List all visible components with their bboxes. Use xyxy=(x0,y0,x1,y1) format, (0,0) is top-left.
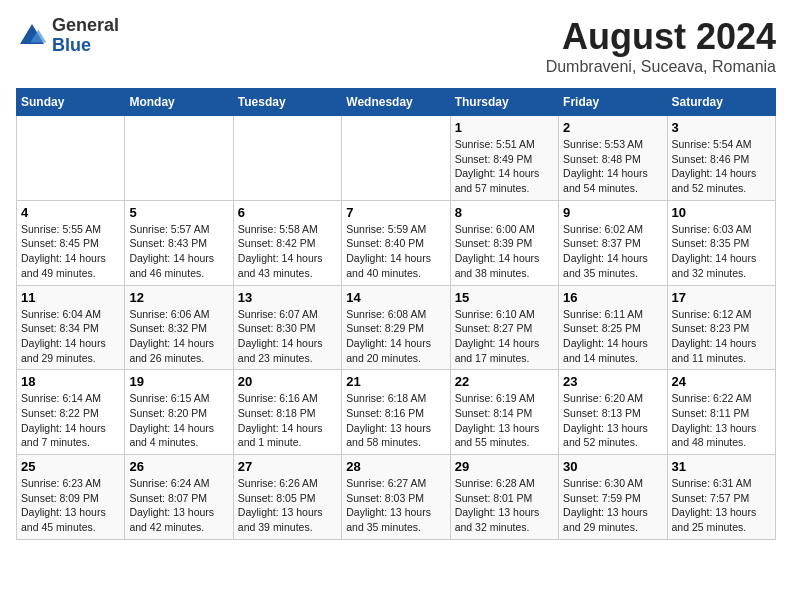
day-info: Sunrise: 6:00 AM Sunset: 8:39 PM Dayligh… xyxy=(455,222,554,281)
day-info: Sunrise: 5:58 AM Sunset: 8:42 PM Dayligh… xyxy=(238,222,337,281)
day-info: Sunrise: 6:11 AM Sunset: 8:25 PM Dayligh… xyxy=(563,307,662,366)
calendar-cell: 16Sunrise: 6:11 AM Sunset: 8:25 PM Dayli… xyxy=(559,285,667,370)
calendar-week-row: 1Sunrise: 5:51 AM Sunset: 8:49 PM Daylig… xyxy=(17,116,776,201)
day-info: Sunrise: 6:16 AM Sunset: 8:18 PM Dayligh… xyxy=(238,391,337,450)
day-number: 17 xyxy=(672,290,771,305)
day-number: 12 xyxy=(129,290,228,305)
day-number: 18 xyxy=(21,374,120,389)
day-header-sunday: Sunday xyxy=(17,89,125,116)
title-block: August 2024 Dumbraveni, Suceava, Romania xyxy=(546,16,776,76)
calendar-table: SundayMondayTuesdayWednesdayThursdayFrid… xyxy=(16,88,776,540)
day-info: Sunrise: 6:12 AM Sunset: 8:23 PM Dayligh… xyxy=(672,307,771,366)
day-header-friday: Friday xyxy=(559,89,667,116)
day-number: 31 xyxy=(672,459,771,474)
day-number: 16 xyxy=(563,290,662,305)
calendar-week-row: 18Sunrise: 6:14 AM Sunset: 8:22 PM Dayli… xyxy=(17,370,776,455)
day-number: 19 xyxy=(129,374,228,389)
calendar-cell: 10Sunrise: 6:03 AM Sunset: 8:35 PM Dayli… xyxy=(667,200,775,285)
logo-blue-text: Blue xyxy=(52,36,119,56)
day-number: 11 xyxy=(21,290,120,305)
day-number: 24 xyxy=(672,374,771,389)
day-info: Sunrise: 6:24 AM Sunset: 8:07 PM Dayligh… xyxy=(129,476,228,535)
page-header: General Blue August 2024 Dumbraveni, Suc… xyxy=(16,16,776,76)
calendar-cell: 3Sunrise: 5:54 AM Sunset: 8:46 PM Daylig… xyxy=(667,116,775,201)
day-number: 2 xyxy=(563,120,662,135)
day-number: 29 xyxy=(455,459,554,474)
day-number: 30 xyxy=(563,459,662,474)
calendar-cell: 8Sunrise: 6:00 AM Sunset: 8:39 PM Daylig… xyxy=(450,200,558,285)
day-number: 4 xyxy=(21,205,120,220)
calendar-cell: 17Sunrise: 6:12 AM Sunset: 8:23 PM Dayli… xyxy=(667,285,775,370)
calendar-cell: 23Sunrise: 6:20 AM Sunset: 8:13 PM Dayli… xyxy=(559,370,667,455)
day-info: Sunrise: 6:08 AM Sunset: 8:29 PM Dayligh… xyxy=(346,307,445,366)
day-info: Sunrise: 6:22 AM Sunset: 8:11 PM Dayligh… xyxy=(672,391,771,450)
day-number: 6 xyxy=(238,205,337,220)
day-number: 9 xyxy=(563,205,662,220)
calendar-cell xyxy=(233,116,341,201)
day-number: 28 xyxy=(346,459,445,474)
calendar-cell: 21Sunrise: 6:18 AM Sunset: 8:16 PM Dayli… xyxy=(342,370,450,455)
day-info: Sunrise: 6:15 AM Sunset: 8:20 PM Dayligh… xyxy=(129,391,228,450)
calendar-cell: 5Sunrise: 5:57 AM Sunset: 8:43 PM Daylig… xyxy=(125,200,233,285)
day-header-saturday: Saturday xyxy=(667,89,775,116)
logo-text: General Blue xyxy=(52,16,119,56)
day-info: Sunrise: 5:59 AM Sunset: 8:40 PM Dayligh… xyxy=(346,222,445,281)
day-info: Sunrise: 5:53 AM Sunset: 8:48 PM Dayligh… xyxy=(563,137,662,196)
calendar-cell: 20Sunrise: 6:16 AM Sunset: 8:18 PM Dayli… xyxy=(233,370,341,455)
day-number: 26 xyxy=(129,459,228,474)
calendar-cell: 28Sunrise: 6:27 AM Sunset: 8:03 PM Dayli… xyxy=(342,455,450,540)
calendar-cell: 9Sunrise: 6:02 AM Sunset: 8:37 PM Daylig… xyxy=(559,200,667,285)
day-info: Sunrise: 6:18 AM Sunset: 8:16 PM Dayligh… xyxy=(346,391,445,450)
calendar-cell: 4Sunrise: 5:55 AM Sunset: 8:45 PM Daylig… xyxy=(17,200,125,285)
calendar-cell xyxy=(17,116,125,201)
calendar-cell: 7Sunrise: 5:59 AM Sunset: 8:40 PM Daylig… xyxy=(342,200,450,285)
day-info: Sunrise: 6:23 AM Sunset: 8:09 PM Dayligh… xyxy=(21,476,120,535)
calendar-cell: 11Sunrise: 6:04 AM Sunset: 8:34 PM Dayli… xyxy=(17,285,125,370)
day-number: 1 xyxy=(455,120,554,135)
day-info: Sunrise: 6:03 AM Sunset: 8:35 PM Dayligh… xyxy=(672,222,771,281)
day-info: Sunrise: 6:31 AM Sunset: 7:57 PM Dayligh… xyxy=(672,476,771,535)
day-number: 15 xyxy=(455,290,554,305)
calendar-cell: 2Sunrise: 5:53 AM Sunset: 8:48 PM Daylig… xyxy=(559,116,667,201)
calendar-cell: 15Sunrise: 6:10 AM Sunset: 8:27 PM Dayli… xyxy=(450,285,558,370)
logo-icon xyxy=(16,20,48,52)
calendar-cell: 1Sunrise: 5:51 AM Sunset: 8:49 PM Daylig… xyxy=(450,116,558,201)
day-info: Sunrise: 6:27 AM Sunset: 8:03 PM Dayligh… xyxy=(346,476,445,535)
calendar-header-row: SundayMondayTuesdayWednesdayThursdayFrid… xyxy=(17,89,776,116)
day-number: 13 xyxy=(238,290,337,305)
day-header-tuesday: Tuesday xyxy=(233,89,341,116)
calendar-cell: 25Sunrise: 6:23 AM Sunset: 8:09 PM Dayli… xyxy=(17,455,125,540)
calendar-cell xyxy=(342,116,450,201)
day-header-wednesday: Wednesday xyxy=(342,89,450,116)
day-info: Sunrise: 6:28 AM Sunset: 8:01 PM Dayligh… xyxy=(455,476,554,535)
calendar-week-row: 4Sunrise: 5:55 AM Sunset: 8:45 PM Daylig… xyxy=(17,200,776,285)
calendar-cell: 14Sunrise: 6:08 AM Sunset: 8:29 PM Dayli… xyxy=(342,285,450,370)
day-info: Sunrise: 5:51 AM Sunset: 8:49 PM Dayligh… xyxy=(455,137,554,196)
day-number: 10 xyxy=(672,205,771,220)
day-info: Sunrise: 6:04 AM Sunset: 8:34 PM Dayligh… xyxy=(21,307,120,366)
calendar-cell: 27Sunrise: 6:26 AM Sunset: 8:05 PM Dayli… xyxy=(233,455,341,540)
day-info: Sunrise: 5:57 AM Sunset: 8:43 PM Dayligh… xyxy=(129,222,228,281)
day-info: Sunrise: 6:20 AM Sunset: 8:13 PM Dayligh… xyxy=(563,391,662,450)
calendar-week-row: 25Sunrise: 6:23 AM Sunset: 8:09 PM Dayli… xyxy=(17,455,776,540)
day-info: Sunrise: 6:14 AM Sunset: 8:22 PM Dayligh… xyxy=(21,391,120,450)
day-number: 25 xyxy=(21,459,120,474)
day-info: Sunrise: 6:30 AM Sunset: 7:59 PM Dayligh… xyxy=(563,476,662,535)
calendar-cell: 22Sunrise: 6:19 AM Sunset: 8:14 PM Dayli… xyxy=(450,370,558,455)
day-number: 14 xyxy=(346,290,445,305)
day-info: Sunrise: 6:02 AM Sunset: 8:37 PM Dayligh… xyxy=(563,222,662,281)
calendar-cell: 18Sunrise: 6:14 AM Sunset: 8:22 PM Dayli… xyxy=(17,370,125,455)
logo: General Blue xyxy=(16,16,119,56)
calendar-title: August 2024 xyxy=(546,16,776,58)
day-info: Sunrise: 6:26 AM Sunset: 8:05 PM Dayligh… xyxy=(238,476,337,535)
day-header-thursday: Thursday xyxy=(450,89,558,116)
calendar-week-row: 11Sunrise: 6:04 AM Sunset: 8:34 PM Dayli… xyxy=(17,285,776,370)
calendar-cell: 26Sunrise: 6:24 AM Sunset: 8:07 PM Dayli… xyxy=(125,455,233,540)
calendar-cell: 19Sunrise: 6:15 AM Sunset: 8:20 PM Dayli… xyxy=(125,370,233,455)
day-number: 7 xyxy=(346,205,445,220)
day-info: Sunrise: 6:19 AM Sunset: 8:14 PM Dayligh… xyxy=(455,391,554,450)
logo-general-text: General xyxy=(52,16,119,36)
calendar-cell: 6Sunrise: 5:58 AM Sunset: 8:42 PM Daylig… xyxy=(233,200,341,285)
calendar-cell: 12Sunrise: 6:06 AM Sunset: 8:32 PM Dayli… xyxy=(125,285,233,370)
day-info: Sunrise: 6:07 AM Sunset: 8:30 PM Dayligh… xyxy=(238,307,337,366)
